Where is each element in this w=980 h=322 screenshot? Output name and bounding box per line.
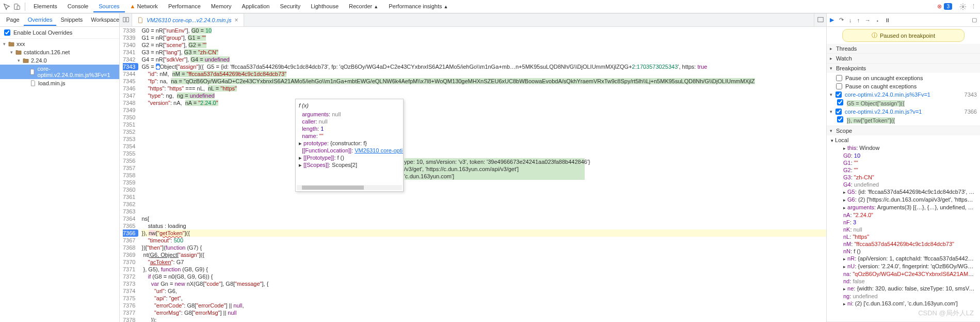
scope-variable[interactable]: nN: f () <box>831 248 976 255</box>
step-over-icon[interactable]: ↷ <box>839 17 844 23</box>
svg-point-2 <box>962 6 964 8</box>
scope-variable[interactable]: na: "qOzB6Oy/WG4aD+C2e43CYxbnxIS6A21AMo5… <box>831 270 976 278</box>
step-icon[interactable]: → <box>865 17 871 23</box>
popup-property: ▸ prototype: {constructor: f} <box>299 140 400 147</box>
scope-variable[interactable]: nL: "https" <box>831 233 976 240</box>
breakpoint-code: G5 = Object["assign"]({ <box>827 99 980 108</box>
scope-variable[interactable]: G3: "zh-CN" <box>831 174 976 181</box>
popup-header: f (x) <box>299 102 400 109</box>
scope-variable[interactable]: G2: "" <box>831 166 976 174</box>
enable-overrides-row[interactable]: Enable Local Overrides <box>0 27 119 39</box>
scope-variable[interactable]: ▸ ne: {width: 320, audio: false, sizeTyp… <box>831 285 976 293</box>
scope-variable[interactable]: ▸ G5: {id: 'ffccaa537da544269b4c9c1dc84d… <box>831 188 976 196</box>
watch-section[interactable]: ▸Watch <box>827 54 980 63</box>
deactivate-bp-icon[interactable]: ⬩ <box>876 17 879 23</box>
threads-section[interactable]: ▸Threads <box>827 44 980 53</box>
scope-variable[interactable]: nF: 3 <box>831 219 976 226</box>
inline-value-overlay: ype: 10, smsVersion: 'v3', token: '39e49… <box>404 158 585 180</box>
popup-property: ▸ [[Prototype]]: f () <box>299 154 400 161</box>
navigator-tab-page[interactable]: Page <box>2 14 24 26</box>
editor-panel: core-optimi.v2....0.min.js%3Fv=1×VM26310… <box>120 13 826 322</box>
tree-node[interactable]: load.min.js <box>0 79 119 87</box>
breakpoints-section[interactable]: ▾Breakpoints <box>827 64 980 73</box>
step-into-icon[interactable]: ↓ <box>849 17 852 23</box>
tree-node[interactable]: ▾cstaticdun.126.net <box>0 48 119 56</box>
debugger-panel: ▶ ↷ ↓ ↑ → ⬩ ⏸ ▢ ⓘ Paused on breakpoint ▸… <box>826 13 980 322</box>
paused-banner: ⓘ Paused on breakpoint <box>842 29 965 42</box>
scope-variable[interactable]: G0: 10 <box>831 152 976 159</box>
scope-variable[interactable]: nM: "ffccaa537da544269b4c9c1dc84dcb73" <box>831 240 976 248</box>
panel-tab-sources[interactable]: Sources <box>93 1 124 12</box>
popup-property: ▸ [[Scopes]]: Scopes[2] <box>299 161 400 168</box>
scope-variable[interactable]: ▸ nU: {version: '2.24.0', fingerprint: '… <box>831 263 976 270</box>
scope-local-header[interactable]: ▾ Local <box>831 136 976 144</box>
svg-rect-4 <box>126 18 128 22</box>
file-tree: ▾xxx▾cstaticdun.126.net▾2.24.0core-optim… <box>0 39 119 88</box>
breakpoint-row[interactable]: ▾core-optimi.v2.24.0.min.js?v=17366 <box>827 108 980 116</box>
scope-variable[interactable]: nA: "2.24.0" <box>831 211 976 219</box>
resume-icon[interactable]: ▶ <box>830 17 834 23</box>
breakpoint-row[interactable]: ▾core-optimi.v2.24.0.min.js%3Fv=17343 <box>827 90 980 99</box>
scope-variable[interactable]: G1: "" <box>831 159 976 166</box>
tree-node[interactable]: ▾2.24.0 <box>0 56 119 65</box>
scope-variable[interactable]: ng: undefined <box>831 293 976 300</box>
toggle-wrap-icon[interactable] <box>814 13 826 26</box>
object-preview-popup: f (x) arguments: null caller: null lengt… <box>295 99 404 192</box>
tree-node[interactable]: core-optimi.v2.24.0.min.js%3Fv=1 <box>0 65 119 79</box>
close-icon[interactable]: × <box>234 17 238 24</box>
settings-icon[interactable] <box>958 2 968 11</box>
popup-scrollbar[interactable] <box>297 185 402 190</box>
collapse-icon[interactable]: ▢ <box>972 17 977 23</box>
enable-overrides-label: Enable Local Overrides <box>13 29 72 36</box>
navigator-tab-overrides[interactable]: Overrides <box>24 14 57 26</box>
history-nav-icon[interactable] <box>120 13 132 26</box>
scope-variable[interactable]: ▸ nR: {apiVersion: 1, captchaId: 'ffccaa… <box>831 255 976 263</box>
panel-tab-console[interactable]: Console <box>62 1 93 12</box>
navigator-tabs: PageOverridesSnippetsWorkspace » ⊘ <box>0 13 119 27</box>
step-out-icon[interactable]: ↑ <box>857 17 860 23</box>
info-icon: ⓘ <box>872 32 877 39</box>
line-gutter: 7338733973407341734273437344734573467347… <box>120 27 138 322</box>
popup-property: caller: null <box>299 118 400 125</box>
popup-property: length: 1 <box>299 125 400 132</box>
errors-badge[interactable]: ⊗3 <box>937 3 952 10</box>
more-icon[interactable]: ⋮ <box>969 2 978 11</box>
svg-rect-3 <box>123 18 125 22</box>
scope-variable[interactable]: G4: undefined <box>831 181 976 188</box>
panel-tab-performance[interactable]: Performance <box>163 1 206 12</box>
device-icon[interactable] <box>12 2 22 11</box>
scope-variable[interactable]: ▸ this: Window <box>831 144 976 152</box>
scope-variable[interactable]: nd: false <box>831 278 976 285</box>
panel-tab-memory[interactable]: Memory <box>206 1 237 12</box>
paused-label: Paused on breakpoint <box>880 33 935 39</box>
popup-property: [[FunctionLocation]]: VM26310 core-optim… <box>299 147 400 154</box>
file-tab[interactable]: VM26310 core-op...v2.24.0.min.js× <box>132 14 244 26</box>
panel-tab-lighthouse[interactable]: Lighthouse <box>306 1 344 12</box>
scope-variable[interactable]: nK: null <box>831 226 976 233</box>
pause-caught-row[interactable]: Pause on caught exceptions <box>827 82 980 90</box>
popup-property: arguments: null <box>299 111 400 118</box>
enable-overrides-checkbox[interactable] <box>4 29 10 36</box>
navigator-tab-snippets[interactable]: Snippets <box>56 14 87 26</box>
tree-node[interactable]: ▾xxx <box>0 40 119 48</box>
panel-tabs: ElementsConsoleSources▲ NetworkPerforman… <box>28 1 454 12</box>
panel-tab-application[interactable]: Application <box>237 1 275 12</box>
pause-exc-icon[interactable]: ⏸ <box>885 17 890 23</box>
panel-tab-recorder[interactable]: Recorder ▲ <box>344 1 383 12</box>
navigator-panel: PageOverridesSnippetsWorkspace » ⊘ Enabl… <box>0 13 120 322</box>
scope-variable[interactable]: ▸ ni: (2) ['c.dun.163.com', 'c.dun.163yu… <box>831 300 976 308</box>
scope-variable[interactable]: ▸ G6: (2) ['https://c.dun.163.com/api/v3… <box>831 196 976 204</box>
inspect-icon[interactable] <box>2 2 11 11</box>
panel-tab-performance-insights[interactable]: Performance insights ▲ <box>383 1 453 12</box>
scope-variable[interactable]: ▸ arguments: Arguments(3) [{…}, {…}, und… <box>831 204 976 211</box>
panel-tab-network[interactable]: ▲ Network <box>125 1 163 12</box>
breakpoint-code: }), nw["getToken"]({ <box>827 116 980 125</box>
panel-tab-elements[interactable]: Elements <box>28 1 62 12</box>
navigator-tab-workspace[interactable]: Workspace <box>87 14 123 26</box>
devtools-toolbar: ElementsConsoleSources▲ NetworkPerforman… <box>0 0 980 13</box>
scope-section[interactable]: ▾Scope <box>827 126 980 135</box>
file-tabs: core-optimi.v2....0.min.js%3Fv=1×VM26310… <box>120 13 826 27</box>
panel-tab-security[interactable]: Security <box>275 1 306 12</box>
debug-toolbar: ▶ ↷ ↓ ↑ → ⬩ ⏸ ▢ <box>827 13 980 27</box>
pause-uncaught-row[interactable]: Pause on uncaught exceptions <box>827 74 980 82</box>
